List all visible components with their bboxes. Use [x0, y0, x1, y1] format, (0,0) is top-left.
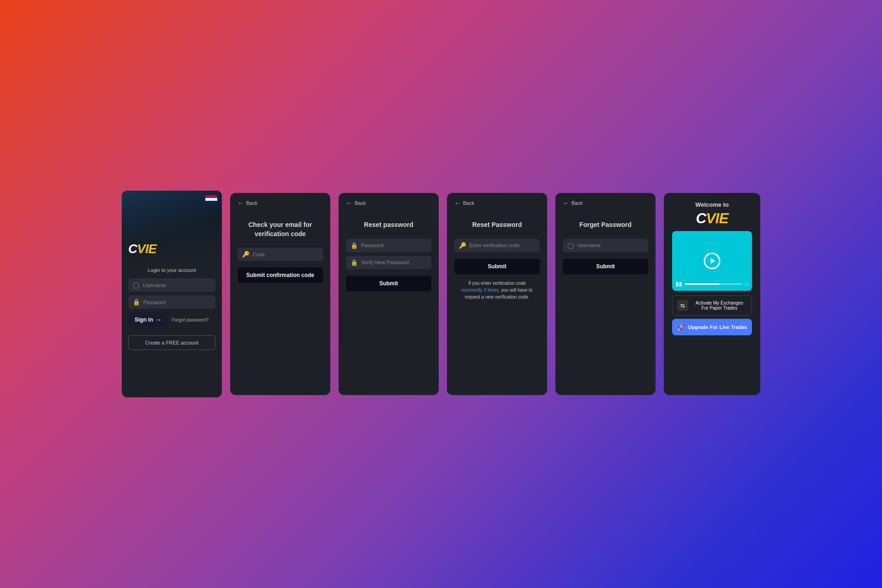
card2-inputs: 🔑 Submit confirmation code	[230, 248, 330, 283]
back-arrow-icon-card5: ←	[563, 199, 569, 207]
back-button-card3[interactable]: ← Back	[339, 193, 439, 207]
create-account-button[interactable]: Create a FREE account	[128, 335, 215, 350]
video-player[interactable]: ▮▮ □	[672, 231, 752, 291]
upgrade-live-button[interactable]: 🚀 Upgrade For Live Trades	[672, 319, 752, 335]
play-button[interactable]	[704, 253, 720, 269]
upgrade-label: Upgrade For Live Trades	[688, 324, 747, 330]
sign-in-label: Sign in	[135, 317, 153, 323]
activate-label: Activate My Exchanges For Paper Trades	[692, 300, 747, 311]
warning-text: If you enter veritication code incorrect…	[454, 280, 540, 300]
warning-highlight: incorrectly 3 times,	[462, 288, 500, 293]
back-button-card2[interactable]: ← Back	[230, 193, 330, 207]
code-row: 🔑	[237, 248, 323, 261]
sign-in-button[interactable]: Sign in →	[128, 312, 168, 327]
username-input[interactable]	[143, 283, 211, 288]
check-email-card: ← Back Check your email for verification…	[230, 193, 330, 395]
reset-password-title-card4: Reset Password	[454, 220, 540, 230]
forget-password-card: ← Back Forget Password ◯ Submit	[555, 193, 656, 395]
code-input[interactable]	[253, 252, 318, 257]
key-icon-card4: 🔑	[459, 242, 466, 249]
submit-verify-button[interactable]: Submit	[454, 259, 540, 274]
card5-inputs: ◯ Submit	[555, 239, 656, 274]
check-email-title: Check your email for verification code	[237, 220, 323, 238]
password-row: 🔒	[128, 295, 215, 309]
logo-welcome: CVIE	[672, 211, 752, 226]
back-button-card5[interactable]: ← Back	[555, 193, 656, 207]
welcome-card: Welcome to CVIE ▮▮ □ ⇆	[664, 193, 760, 395]
login-title: Login to your account	[128, 267, 215, 273]
card1-body: Login to your account ◯ 🔒 Sign in → Forg…	[122, 262, 222, 358]
cards-container: CVIE Login to your account ◯ 🔒 Sign in →…	[122, 191, 760, 397]
user-icon-card5: ◯	[567, 242, 574, 249]
verify-password-row: 🔒	[346, 256, 431, 269]
flag-badge[interactable]	[205, 195, 217, 204]
user-icon: ◯	[133, 282, 140, 288]
verification-code-row: 🔑	[454, 239, 540, 252]
verify-password-input[interactable]	[361, 260, 427, 265]
forget-password-title: Forget Password	[563, 220, 648, 230]
back-arrow-icon: ←	[237, 199, 244, 207]
submit-forget-button[interactable]: Submit	[563, 259, 648, 274]
back-label-card5: Back	[571, 200, 582, 206]
welcome-card-inner: Welcome to CVIE ▮▮ □ ⇆	[664, 193, 760, 395]
logo-v-welcome: V	[706, 210, 715, 226]
forgot-password-link[interactable]: Forgot password?	[172, 317, 209, 322]
arrow-icon: →	[155, 316, 162, 323]
fullscreen-icon[interactable]: □	[745, 281, 748, 287]
exchanges-icon: ⇆	[677, 300, 688, 311]
lock-icon-card3b: 🔒	[351, 259, 358, 266]
logo-ie: IE	[145, 242, 156, 256]
hero-image: CVIE	[122, 191, 222, 262]
verify-reset-card: ← Back Reset Password 🔑 Submit If you en…	[447, 193, 547, 395]
logo-text-hero: CVIE	[128, 243, 156, 255]
submit-confirmation-button[interactable]: Submit confirmation code	[237, 267, 323, 283]
verification-code-input[interactable]	[469, 243, 535, 248]
submit-reset-button[interactable]: Submit	[346, 276, 431, 291]
flag-blue	[205, 201, 217, 204]
card4-inputs: 🔑 Submit If you enter veritication code …	[447, 239, 547, 300]
new-password-row: 🔒	[346, 239, 431, 252]
rocket-icon: 🚀	[677, 323, 685, 331]
back-button-card4[interactable]: ← Back	[447, 193, 547, 207]
progress-fill	[685, 283, 719, 285]
play-triangle-icon	[711, 258, 715, 264]
back-arrow-icon-card3: ←	[346, 199, 352, 207]
activate-exchanges-button[interactable]: ⇆ Activate My Exchanges For Paper Trades	[672, 295, 752, 316]
username-row: ◯	[128, 278, 215, 292]
progress-bar[interactable]	[685, 283, 742, 285]
back-label-card3: Back	[355, 200, 366, 206]
reset-password-card: ← Back Reset password 🔒 🔒 Submit	[339, 193, 439, 395]
lock-icon: 🔒	[133, 299, 140, 305]
logo-ie-welcome: IE	[715, 210, 728, 226]
key-icon: 🔑	[242, 251, 249, 258]
logo-text-welcome: CVIE	[696, 211, 729, 226]
video-controls: ▮▮ □	[676, 281, 748, 287]
logo-hero: CVIE	[128, 243, 156, 255]
back-arrow-icon-card4: ←	[454, 199, 461, 207]
welcome-label: Welcome to	[672, 201, 752, 208]
back-label-card2: Back	[246, 200, 257, 206]
reset-password-title: Reset password	[346, 220, 431, 230]
login-card: CVIE Login to your account ◯ 🔒 Sign in →…	[122, 191, 222, 397]
back-label-card4: Back	[463, 200, 474, 206]
forget-username-row: ◯	[563, 239, 648, 252]
logo-v-accent: V	[137, 242, 145, 256]
card3-inputs: 🔒 🔒 Submit	[339, 239, 439, 291]
sign-in-row: Sign in → Forgot password?	[128, 312, 215, 327]
pause-icon[interactable]: ▮▮	[676, 281, 682, 287]
new-password-input[interactable]	[361, 243, 427, 248]
forget-username-input[interactable]	[577, 243, 644, 248]
password-input[interactable]	[143, 300, 211, 305]
lock-icon-card3a: 🔒	[351, 242, 358, 249]
